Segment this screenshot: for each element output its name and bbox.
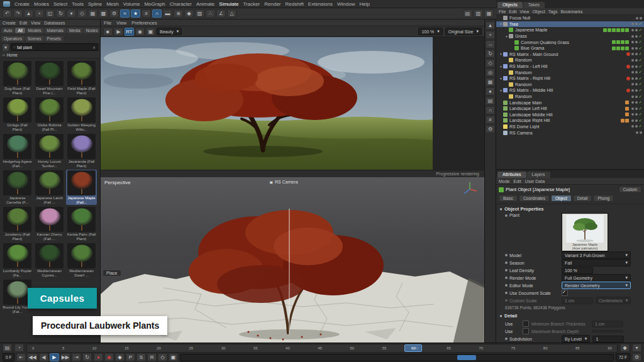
- object-row[interactable]: Landscape Middle Hill✓: [496, 112, 644, 118]
- editor-visibility-dot[interactable]: [631, 119, 634, 122]
- layers-icon[interactable]: ▤: [486, 97, 495, 105]
- editor-visibility-dot[interactable]: [631, 71, 634, 74]
- viewport-label[interactable]: Perspective: [104, 180, 131, 185]
- panel-tab-layers[interactable]: Layers: [527, 172, 550, 178]
- editor-visibility-dot[interactable]: [631, 65, 634, 68]
- asset-item[interactable]: Golden Weeping Willo...: [66, 97, 97, 132]
- texture-tag-icon[interactable]: [621, 40, 625, 44]
- snapshot-icon[interactable]: ◉: [135, 28, 145, 36]
- editor-visibility-dot[interactable]: [631, 53, 634, 55]
- enabled-check-icon[interactable]: ✓: [639, 118, 642, 123]
- render-visibility-dot[interactable]: [635, 41, 638, 43]
- plant-icon[interactable]: [509, 28, 513, 32]
- render-visibility-dot[interactable]: [640, 131, 642, 134]
- render-visibility-dot[interactable]: [635, 107, 638, 110]
- render-visibility-dot[interactable]: [635, 125, 638, 128]
- frame-range-slider[interactable]: [180, 354, 614, 361]
- expand-arrow-icon[interactable]: ▾: [504, 35, 509, 38]
- filter-tab-nodes[interactable]: Nodes: [84, 28, 101, 33]
- editor-visibility-dot[interactable]: [631, 96, 634, 98]
- texture-tag-icon[interactable]: [612, 28, 616, 32]
- range-end-field[interactable]: 72 F: [616, 353, 630, 361]
- effector-icon[interactable]: [509, 58, 513, 62]
- panel-tab-takes[interactable]: Takes: [523, 2, 545, 8]
- expand-arrow-icon[interactable]: ▾: [499, 52, 503, 56]
- plant-icon[interactable]: [514, 40, 519, 45]
- object-row[interactable]: Focus Null: [496, 15, 644, 21]
- marker-icon[interactable]: ▾: [632, 344, 641, 352]
- keyframe-dot-icon[interactable]: [505, 254, 508, 256]
- rt-button[interactable]: RT: [125, 28, 134, 36]
- texture-tag-icon[interactable]: [616, 28, 620, 32]
- attr-tab-detail[interactable]: Detail: [573, 195, 592, 202]
- menu-help[interactable]: Help: [359, 1, 369, 7]
- render-visibility-dot[interactable]: [635, 23, 638, 25]
- enabled-check-icon[interactable]: ✓: [639, 82, 642, 87]
- enabled-check-icon[interactable]: ✓: [639, 34, 642, 39]
- enabled-check-icon[interactable]: ✓: [639, 100, 642, 105]
- rotate-tool-icon[interactable]: ↻: [56, 9, 65, 18]
- object-properties-header[interactable]: ▾ Object Properties: [496, 204, 644, 213]
- null-icon[interactable]: [509, 34, 513, 38]
- prev-key-button[interactable]: ◀◀: [27, 353, 37, 361]
- go-end-button[interactable]: ⇥: [72, 353, 81, 361]
- editor-visibility-dot[interactable]: [631, 125, 634, 128]
- om-menu-file[interactable]: File: [499, 9, 506, 14]
- menu-volume[interactable]: Volume: [123, 1, 140, 7]
- menu-simulate[interactable]: Simulate: [219, 1, 238, 7]
- rotation-key-button[interactable]: R: [147, 353, 157, 361]
- om-menu-edit[interactable]: Edit: [509, 9, 516, 14]
- redo-icon[interactable]: ↷: [13, 9, 23, 18]
- object-row[interactable]: RS Dome Light✓: [496, 124, 644, 130]
- effector-icon[interactable]: [509, 82, 513, 87]
- menu-animate[interactable]: Animate: [196, 1, 214, 7]
- season-dropdown[interactable]: Fall ▾: [562, 259, 631, 266]
- rt-preview-icon[interactable]: ★: [131, 9, 140, 18]
- effector-icon[interactable]: [509, 70, 513, 75]
- select-tool-icon[interactable]: ▲: [24, 9, 33, 18]
- max-branch-checkbox[interactable]: [523, 328, 529, 334]
- enabled-check-icon[interactable]: ✓: [639, 58, 642, 63]
- ab-menu-view[interactable]: View: [31, 21, 40, 25]
- expand-arrow-icon[interactable]: ▾: [499, 65, 503, 69]
- matrix-icon[interactable]: [503, 76, 508, 80]
- render-view-canvas[interactable]: [101, 37, 484, 170]
- enabled-check-icon[interactable]: ✓: [639, 88, 642, 93]
- filter-tab-models[interactable]: Models: [26, 28, 44, 33]
- aov-dropdown[interactable]: Beauty ▾: [157, 28, 182, 35]
- rv-menu-preferences[interactable]: Preferences: [131, 20, 157, 26]
- playhead[interactable]: 60: [404, 344, 422, 352]
- camera-icon[interactable]: [503, 131, 508, 135]
- texture-tag-icon[interactable]: [625, 40, 629, 44]
- null-icon[interactable]: [503, 22, 508, 26]
- menu-extensions[interactable]: Extensions: [308, 1, 333, 7]
- render-visibility-dot[interactable]: [635, 35, 638, 38]
- object-row[interactable]: ▾RS Matrix - Left Hill✓: [496, 63, 644, 70]
- attr-tab-phong[interactable]: Phong: [593, 195, 614, 202]
- asset-item[interactable]: Kanzan Cherry (Fall ...: [34, 206, 65, 241]
- timeline-options-icon[interactable]: ▤: [3, 344, 12, 352]
- enabled-check-icon[interactable]: ✓: [639, 46, 642, 51]
- ab-menu-edit[interactable]: Edit: [19, 21, 27, 25]
- object-row[interactable]: ▾Tree✓: [496, 21, 644, 28]
- enabled-check-icon[interactable]: ✓: [639, 70, 642, 75]
- app-logo[interactable]: [3, 1, 10, 7]
- editor-visibility-dot[interactable]: [631, 41, 634, 43]
- category-tab-operators[interactable]: Operators: [1, 36, 25, 41]
- solo-icon[interactable]: ◎: [486, 69, 495, 77]
- object-row[interactable]: ▾RS Matrix - Right Hill✓: [496, 75, 644, 82]
- enabled-check-icon[interactable]: ✓: [639, 124, 642, 129]
- menu-render[interactable]: Render: [264, 1, 280, 7]
- render-picture-icon[interactable]: ▩: [99, 9, 108, 18]
- param-key-button[interactable]: ◇: [158, 353, 167, 361]
- polygons-mode-icon[interactable]: △: [227, 9, 236, 18]
- texture-tag-icon[interactable]: [616, 47, 620, 50]
- editor-visibility-dot[interactable]: [631, 29, 634, 31]
- record-button[interactable]: ●: [94, 353, 103, 361]
- enabled-check-icon[interactable]: ✓: [639, 76, 642, 81]
- editor-visibility-dot[interactable]: [636, 131, 638, 134]
- object-row[interactable]: Random✓: [496, 94, 644, 100]
- menu-tools[interactable]: Tools: [72, 1, 84, 7]
- settings-icon[interactable]: ⚙: [486, 125, 495, 133]
- attr-menu-mode[interactable]: Mode: [499, 179, 510, 184]
